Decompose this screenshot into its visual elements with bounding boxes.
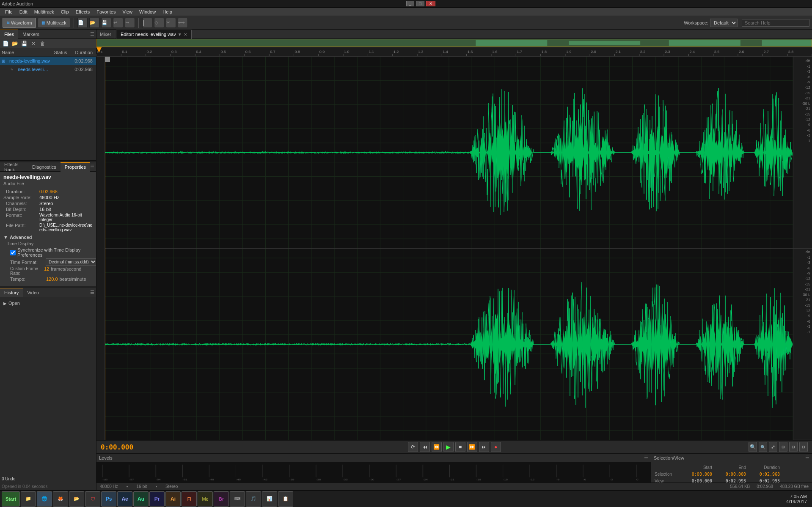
menu-favorites[interactable]: Favorites [93, 8, 119, 15]
sync-checkbox[interactable] [10, 250, 16, 255]
props-panel-menu-btn[interactable]: ☰ [90, 164, 96, 170]
file-item[interactable]: ↳ needs-levelling-fixed.wav 0:02.968 [0, 65, 96, 74]
taskbar-media[interactable]: 🎵 [246, 491, 261, 507]
left-panel: Files Markers ☰ 📄 📂 💾 ✕ 🗑 Name Status Du… [0, 30, 96, 490]
tab-history[interactable]: History [0, 288, 23, 297]
rewind-btn[interactable]: ⏪ [432, 442, 442, 452]
mini-timeline[interactable] [96, 39, 812, 47]
file-item[interactable]: ⊞ needs-levelling.wav 0:02.968 [0, 57, 96, 65]
search-input[interactable] [742, 19, 809, 27]
toolbar-marker-btn[interactable]: ◇ [154, 18, 164, 28]
status-separator-2: ▪ [155, 484, 157, 489]
menu-view[interactable]: View [119, 8, 136, 15]
toolbar-slip-btn[interactable]: ⟷ [178, 18, 188, 28]
menu-edit[interactable]: Edit [16, 8, 31, 15]
tab-properties[interactable]: Properties [61, 162, 90, 172]
sv-sel-duration[interactable]: 0:02.968 [748, 472, 782, 477]
waveform-mode-btn[interactable]: ≋ Waveform [3, 18, 36, 28]
sv-sel-start[interactable]: 0:00.000 [680, 472, 714, 477]
toolbar-new-btn[interactable]: 📄 [77, 18, 88, 28]
zoom-fit-btn[interactable]: ⤢ [769, 442, 777, 452]
menu-file[interactable]: File [2, 8, 16, 15]
toolbar-save-btn[interactable]: 💾 [101, 18, 111, 28]
next-btn[interactable]: ⏭ [479, 442, 489, 452]
open-file-btn[interactable]: 📂 [11, 40, 19, 47]
toolbar-redo-btn[interactable]: ↪ [125, 18, 135, 28]
editor-tab[interactable]: Editor: needs-levelling.wav ▼ ✕ [116, 30, 192, 39]
taskbar-encoder[interactable]: Me [198, 491, 213, 507]
waveform-canvas-area[interactable] [105, 57, 793, 440]
tab-files[interactable]: Files [0, 30, 18, 39]
toolbar-razor-btn[interactable]: ✂ [166, 18, 176, 28]
taskbar-illustrator[interactable]: Ai [165, 491, 181, 507]
tab-close-icon[interactable]: ✕ [184, 32, 187, 37]
loop-btn[interactable]: ⟳ [408, 442, 418, 452]
taskbar-terminal[interactable]: ⌨ [230, 491, 245, 507]
workspace-select[interactable]: Default [710, 19, 738, 27]
taskbar-chrome[interactable]: 🌐 [37, 491, 52, 507]
history-item[interactable]: ▶ Open [2, 299, 94, 307]
mixer-label[interactable]: Mixer [96, 30, 115, 39]
levels-title: Levels [99, 455, 113, 460]
delete-file-btn[interactable]: 🗑 [39, 40, 47, 47]
zoom-out-btn[interactable]: 🔍 [759, 442, 767, 452]
taskbar-folder[interactable]: 📂 [69, 491, 84, 507]
taskbar-premiere[interactable]: Pr [149, 491, 165, 507]
taskbar-audition[interactable]: Au [133, 491, 149, 507]
close-file-btn[interactable]: ✕ [30, 40, 37, 47]
tab-markers[interactable]: Markers [18, 30, 44, 39]
tab-dropdown-icon[interactable]: ▼ [178, 32, 182, 37]
play-btn[interactable]: ▶ [443, 442, 454, 452]
levels-close-btn[interactable]: ☰ [644, 455, 648, 460]
sync-checkbox-label[interactable]: Synchronize with Time Display Preference… [10, 247, 93, 258]
zoom-sel-btn[interactable]: ⊡ [799, 442, 808, 452]
save-file-btn[interactable]: 💾 [20, 40, 28, 47]
maximize-btn[interactable]: □ [416, 1, 424, 6]
menu-clip[interactable]: Clip [58, 8, 72, 15]
levels-content [96, 462, 651, 482]
stop-btn[interactable]: ■ [455, 442, 465, 452]
prev-btn[interactable]: ⏮ [420, 442, 430, 452]
new-file-btn[interactable]: 📄 [2, 40, 9, 47]
sv-sel-end[interactable]: 0:00.000 [714, 472, 748, 477]
main-area: Files Markers ☰ 📄 📂 💾 ✕ 🗑 Name Status Du… [0, 30, 812, 490]
selview-close-btn[interactable]: ☰ [805, 455, 809, 460]
taskbar-explorer[interactable]: 📁 [21, 491, 36, 507]
zoom-in-btn[interactable]: 🔍 [749, 442, 757, 452]
toolbar-cursor-btn[interactable]: │ [142, 18, 152, 28]
taskbar-bridge[interactable]: Br [214, 491, 229, 507]
toolbar-open-btn[interactable]: 📂 [89, 18, 99, 28]
taskbar-security[interactable]: 🛡 [85, 491, 100, 507]
multitrack-mode-btn[interactable]: ▦ Multitrack [38, 18, 70, 28]
tab-video[interactable]: Video [23, 288, 43, 297]
menu-multitrack[interactable]: Multitrack [31, 8, 58, 15]
close-btn[interactable]: ✕ [426, 1, 435, 6]
ruler[interactable] [96, 47, 812, 57]
taskbar-after-effects[interactable]: Ae [117, 491, 132, 507]
taskbar-firefox[interactable]: 🦊 [53, 491, 68, 507]
history-panel-menu-btn[interactable]: ☰ [90, 290, 96, 295]
time-format-select[interactable]: Decimal (mm:ss.ddd) [46, 258, 96, 266]
taskbar-misc1[interactable]: 📊 [262, 491, 277, 507]
tab-diagnostics[interactable]: Diagnostics [28, 162, 61, 172]
sv-end-header: End [714, 465, 748, 470]
props-format-value: Waveform Audio 16-bit Integer [39, 213, 93, 222]
zoom-all-out-btn[interactable]: ⊟ [789, 442, 798, 452]
props-bitdepth-label: Bit Depth: [3, 207, 39, 212]
minimize-btn[interactable]: _ [406, 1, 415, 6]
zoom-all-in-btn[interactable]: ⊞ [779, 442, 787, 452]
menu-help[interactable]: Help [159, 8, 176, 15]
taskbar-photoshop[interactable]: Ps [101, 491, 116, 507]
menu-window[interactable]: Window [136, 8, 159, 15]
tab-effects-rack[interactable]: Effects Rack [0, 162, 28, 172]
toolbar-undo-btn[interactable]: ↩ [113, 18, 123, 28]
props-advanced-section[interactable]: ▼ Advanced [3, 235, 93, 240]
taskbar-misc2[interactable]: 📋 [278, 491, 293, 507]
fastfwd-btn[interactable]: ⏩ [467, 442, 477, 452]
files-panel-menu-btn[interactable]: ☰ [90, 31, 96, 37]
taskbar-flash[interactable]: Fl [182, 491, 197, 507]
menu-effects[interactable]: Effects [72, 8, 93, 15]
start-btn[interactable]: Start [2, 491, 20, 507]
record-btn[interactable]: ● [491, 442, 501, 452]
sv-start-header: Start [680, 465, 714, 470]
